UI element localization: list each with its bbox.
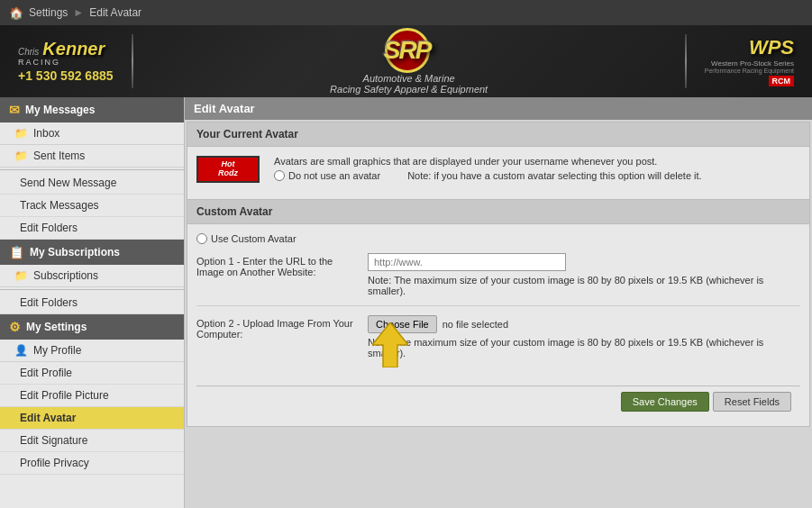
- divider-right: [685, 34, 687, 88]
- sent-label: Sent Items: [33, 150, 85, 162]
- avatar-radio-row: Do not use an avatar Note: if you have a…: [274, 170, 702, 181]
- avatar-description: Avatars are small graphics that are disp…: [274, 156, 702, 167]
- track-label: Track Messages: [20, 199, 99, 212]
- avatar-preview-text: HotRodz: [218, 160, 238, 178]
- sidebar-item-edit-folders-subs[interactable]: Edit Folders: [0, 292, 184, 314]
- content-inner: Edit Avatar Your Current Avatar HotRodz: [185, 97, 812, 427]
- inbox-label: Inbox: [33, 127, 59, 140]
- current-avatar-title: Your Current Avatar: [196, 128, 298, 141]
- option2-note: Note: The maximum size of your custom im…: [368, 337, 800, 358]
- my-profile-label: My Profile: [33, 344, 81, 357]
- srp-tagline1: Automotive & Marine: [363, 73, 455, 84]
- banner-center: SRP Automotive & Marine Racing Safety Ap…: [151, 28, 667, 95]
- section-title: Edit Avatar: [185, 97, 812, 120]
- banner: Chris Kenner Racing +1 530 592 6885 SRP …: [0, 25, 812, 97]
- custom-avatar-body: Use Custom Avatar Option 1 - Enter the U…: [187, 224, 809, 426]
- bottom-buttons: Save Changes Reset Fields: [196, 386, 800, 417]
- reset-fields-button[interactable]: Reset Fields: [713, 392, 791, 412]
- sidebar-item-subscriptions[interactable]: 📁 Subscriptions: [0, 265, 184, 287]
- wps-logo: WPS: [749, 36, 794, 59]
- sidebar-item-sent[interactable]: 📁 Sent Items: [0, 145, 184, 168]
- no-avatar-radio[interactable]: [274, 170, 285, 181]
- section-title-text: Edit Avatar: [194, 102, 255, 115]
- arrow-indicator: [372, 322, 408, 376]
- subs-icon: 📋: [9, 245, 24, 259]
- messages-title: My Messages: [25, 104, 95, 116]
- url-input[interactable]: [368, 253, 566, 271]
- sent-folder-icon: 📁: [14, 150, 28, 162]
- content-area: Edit Avatar Your Current Avatar HotRodz: [185, 97, 812, 508]
- sidebar-item-track[interactable]: Track Messages: [0, 195, 184, 217]
- sidebar-item-edit-profile[interactable]: Edit Profile: [0, 362, 184, 385]
- kenner-sub: Racing: [18, 58, 60, 67]
- option2-row: Option 2 - Upload Image From Your Comput…: [196, 315, 800, 386]
- home-icon[interactable]: 🏠: [9, 6, 23, 20]
- kenner-phone: +1 530 592 6885: [18, 68, 114, 83]
- profile-user-icon: 👤: [14, 344, 28, 357]
- arrow-svg: [372, 322, 408, 367]
- custom-avatar-title: Custom Avatar: [196, 205, 272, 218]
- subs-title: My Subscriptions: [30, 246, 120, 259]
- use-custom-row: Use Custom Avatar: [196, 233, 800, 244]
- option1-row: Option 1 - Enter the URL to the Image on…: [196, 253, 800, 306]
- no-avatar-text: Do not use an avatar: [288, 170, 380, 181]
- subs-label: Subscriptions: [33, 269, 98, 282]
- avatar-preview: HotRodz: [196, 156, 260, 183]
- sidebar-header-settings: ⚙ My Settings: [0, 314, 184, 340]
- sidebar-section-messages: ✉ My Messages 📁 Inbox 📁 Sent Items Send …: [0, 97, 184, 240]
- sidebar-item-send-new[interactable]: Send New Message: [0, 172, 184, 195]
- option1-note: Note: The maximum size of your custom im…: [368, 275, 800, 296]
- wps-sub1: Western Pro-Stock Series: [711, 59, 794, 68]
- banner-left: Chris Kenner Racing +1 530 592 6885: [18, 40, 114, 83]
- sidebar-item-my-profile[interactable]: 👤 My Profile: [0, 340, 184, 362]
- wps-sub2: Performance Racing Equipment: [705, 68, 794, 74]
- sidebar-item-inbox[interactable]: 📁 Inbox: [0, 122, 184, 145]
- sidebar: ✉ My Messages 📁 Inbox 📁 Sent Items Send …: [0, 97, 185, 508]
- top-bar: 🏠 Settings ► Edit Avatar: [0, 0, 812, 25]
- sidebar-section-subscriptions: 📋 My Subscriptions 📁 Subscriptions Edit …: [0, 240, 184, 314]
- settings-title: My Settings: [26, 321, 87, 333]
- option1-label: Option 1 - Enter the URL to the Image on…: [196, 253, 359, 277]
- inbox-folder-icon: 📁: [14, 127, 28, 140]
- section-body: Your Current Avatar HotRodz Avatars are …: [187, 122, 810, 427]
- banner-right: WPS Western Pro-Stock Series Performance…: [705, 36, 794, 86]
- rcm-badge: RCM: [769, 76, 795, 86]
- edit-folders-msg-label: Edit Folders: [20, 222, 78, 234]
- edit-profile-label: Edit Profile: [20, 367, 72, 379]
- breadcrumb-sep: ►: [73, 6, 84, 19]
- option1-content: Note: The maximum size of your custom im…: [368, 253, 800, 296]
- profile-privacy-label: Profile Privacy: [20, 457, 89, 469]
- use-custom-label[interactable]: Use Custom Avatar: [211, 233, 297, 244]
- subs-divider: [0, 289, 184, 290]
- no-file-text: no file selected: [442, 319, 508, 330]
- edit-folders-subs-label: Edit Folders: [20, 296, 78, 309]
- current-avatar-body: HotRodz Avatars are small graphics that …: [187, 147, 809, 199]
- sidebar-item-edit-signature[interactable]: Edit Signature: [0, 430, 184, 452]
- option2-label: Option 2 - Upload Image From Your Comput…: [196, 315, 359, 340]
- save-changes-button[interactable]: Save Changes: [621, 392, 709, 412]
- sidebar-section-settings: ⚙ My Settings 👤 My Profile Edit Profile …: [0, 314, 184, 475]
- sidebar-header-messages: ✉ My Messages: [0, 97, 184, 122]
- sidebar-item-profile-privacy[interactable]: Profile Privacy: [0, 452, 184, 475]
- sidebar-item-edit-folders-msg[interactable]: Edit Folders: [0, 217, 184, 240]
- svg-marker-0: [372, 322, 408, 367]
- send-new-label: Send New Message: [20, 177, 116, 189]
- breadcrumb-current: Edit Avatar: [89, 6, 141, 19]
- settings-icon: ⚙: [9, 320, 21, 334]
- edit-profile-pic-label: Edit Profile Picture: [20, 389, 109, 402]
- sidebar-item-edit-profile-pic[interactable]: Edit Profile Picture: [0, 385, 184, 407]
- messages-divider: [0, 169, 184, 170]
- use-custom-radio[interactable]: [196, 233, 207, 244]
- edit-avatar-label: Edit Avatar: [20, 412, 76, 424]
- no-avatar-radio-label[interactable]: Do not use an avatar: [274, 170, 380, 181]
- srp-tagline2: Racing Safety Apparel & Equipment: [330, 84, 488, 95]
- custom-avatar-header: Custom Avatar: [187, 199, 809, 224]
- sidebar-item-edit-avatar[interactable]: Edit Avatar: [0, 407, 184, 430]
- file-row: Choose File no file selected: [368, 315, 800, 333]
- edit-signature-label: Edit Signature: [20, 434, 87, 447]
- option2-content: Choose File no file selected Note: The m…: [368, 315, 800, 358]
- srp-circle: SRP: [385, 28, 430, 73]
- current-avatar-header: Your Current Avatar: [187, 122, 809, 147]
- subs-folder-icon: 📁: [14, 269, 28, 282]
- breadcrumb-settings[interactable]: Settings: [29, 6, 68, 19]
